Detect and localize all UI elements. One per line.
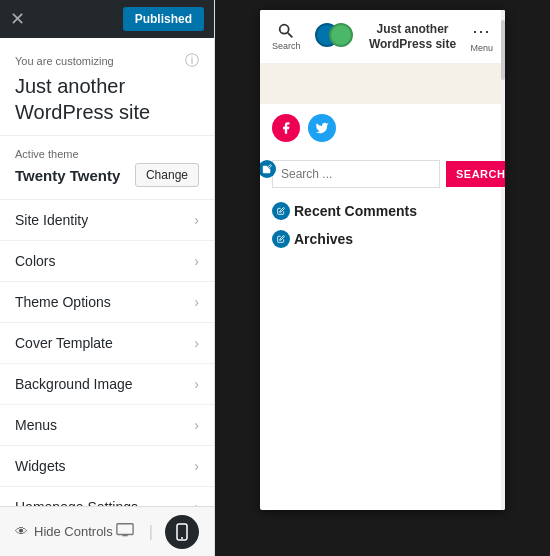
active-theme-label: Active theme	[15, 148, 199, 160]
customizing-section: You are customizing ⓘ Just another WordP…	[0, 38, 214, 136]
archives-section: Archives	[260, 224, 505, 252]
preview-search-bar: SEARCH	[260, 152, 505, 196]
chevron-icon: ›	[194, 376, 199, 392]
mobile-view-button[interactable]	[165, 515, 199, 549]
theme-name: Twenty Twenty	[15, 167, 120, 184]
preview-site-name: Just anotherWordPress site	[369, 22, 456, 51]
customizer-panel: ✕ Published You are customizing ⓘ Just a…	[0, 0, 215, 556]
nav-list: Site Identity › Colors › Theme Options ›…	[0, 200, 214, 506]
svg-rect-0	[117, 523, 133, 534]
chevron-icon: ›	[194, 212, 199, 228]
nav-item-menus[interactable]: Menus ›	[0, 405, 214, 446]
svg-point-3	[181, 537, 183, 539]
facebook-icon	[272, 114, 300, 142]
preview-header: Search Just anotherWordPress site ⋯ Menu	[260, 10, 505, 64]
chevron-icon: ›	[194, 499, 199, 506]
logo-circle-2	[329, 23, 353, 47]
customizing-label: You are customizing ⓘ	[15, 52, 199, 70]
chevron-icon: ›	[194, 417, 199, 433]
chevron-icon: ›	[194, 335, 199, 351]
logo-overlap	[315, 23, 365, 51]
recent-comments-section: Recent Comments	[260, 196, 505, 224]
svg-line-5	[288, 33, 293, 38]
preview-social-section	[260, 104, 505, 152]
preview-site-name-block: Just anotherWordPress site	[369, 22, 456, 51]
chevron-icon: ›	[194, 294, 199, 310]
preview-search-input[interactable]	[272, 160, 440, 188]
nav-item-widgets[interactable]: Widgets ›	[0, 446, 214, 487]
preview-menu-nav: ⋯ Menu	[470, 20, 493, 53]
nav-item-theme-options[interactable]: Theme Options ›	[0, 282, 214, 323]
info-icon[interactable]: ⓘ	[185, 52, 199, 70]
nav-item-background-image[interactable]: Background Image ›	[0, 364, 214, 405]
nav-item-colors[interactable]: Colors ›	[0, 241, 214, 282]
edit-recent-comments-icon	[272, 202, 290, 220]
published-button[interactable]: Published	[123, 7, 204, 31]
twitter-icon	[308, 114, 336, 142]
nav-item-site-identity[interactable]: Site Identity ›	[0, 200, 214, 241]
site-logo-area: Just anotherWordPress site	[315, 22, 456, 51]
svg-point-4	[280, 25, 289, 34]
bottom-bar: 👁 Hide Controls |	[0, 506, 214, 556]
dots-icon: ⋯	[472, 20, 492, 42]
site-title: Just another WordPress site	[15, 73, 199, 125]
preview-hero-section	[260, 64, 505, 104]
search-section-wrapper: SEARCH	[260, 152, 505, 196]
theme-row: Twenty Twenty Change	[15, 163, 199, 187]
active-theme-section: Active theme Twenty Twenty Change	[0, 136, 214, 200]
desktop-view-button[interactable]	[113, 519, 137, 545]
scrollbar-thumb	[501, 20, 505, 80]
svg-rect-1	[122, 534, 127, 536]
nav-item-homepage-settings[interactable]: Homepage Settings ›	[0, 487, 214, 506]
separator: |	[149, 523, 153, 541]
hide-controls-button[interactable]: 👁 Hide Controls	[15, 524, 113, 539]
top-bar: ✕ Published	[0, 0, 214, 38]
chevron-icon: ›	[194, 458, 199, 474]
edit-archives-icon	[272, 230, 290, 248]
device-icons: |	[113, 515, 199, 549]
preview-frame: Search Just anotherWordPress site ⋯ Menu	[260, 10, 505, 510]
change-theme-button[interactable]: Change	[135, 163, 199, 187]
eye-icon: 👁	[15, 524, 28, 539]
preview-search-nav: Search	[272, 22, 301, 51]
preview-scrollbar	[501, 10, 505, 510]
close-button[interactable]: ✕	[10, 10, 25, 28]
preview-panel: Search Just anotherWordPress site ⋯ Menu	[215, 0, 550, 556]
preview-search-button[interactable]: SEARCH	[446, 161, 505, 187]
chevron-icon: ›	[194, 253, 199, 269]
nav-item-cover-template[interactable]: Cover Template ›	[0, 323, 214, 364]
